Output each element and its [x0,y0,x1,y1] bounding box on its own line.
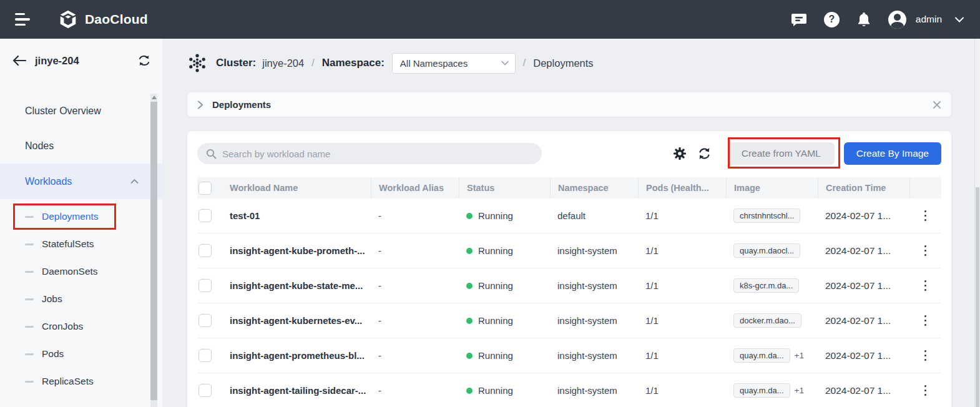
column-header[interactable]: Pods (Health... [638,177,726,199]
search-input[interactable] [222,149,533,159]
workload-created: 2024-02-07 1... [818,245,909,257]
table-header: Workload NameWorkload AliasStatusNamespa… [197,177,941,199]
workload-name[interactable]: insight-agent-kubernetes-ev... [222,315,371,326]
status-dot [466,248,473,254]
sidebar-item-workloads[interactable]: Workloads [0,164,162,199]
workload-pods: 1/1 [638,315,726,326]
column-header[interactable]: Image [726,177,818,199]
messages-icon[interactable] [791,11,807,27]
workload-status: Running [459,350,550,361]
sidebar-item-statefulsets[interactable]: StatefulSets [0,230,162,258]
row-checkbox[interactable] [198,279,212,292]
workload-status: Running [459,245,550,256]
switch-cluster-icon[interactable] [137,54,151,67]
workload-status: Running [459,210,550,221]
back-arrow-icon[interactable] [12,55,26,66]
notifications-bell-icon[interactable] [856,11,871,27]
workload-image: quay.m.daocl... [726,243,818,258]
workload-name[interactable]: insight-agent-kube-state-me... [222,280,371,291]
sidebar-item-pods[interactable]: Pods [0,340,162,368]
menu-hamburger-icon[interactable] [15,12,32,26]
workload-alias: - [371,315,459,326]
workload-name[interactable]: insight-agent-prometheus-bl... [222,350,371,361]
search-box[interactable] [197,143,542,164]
breadcrumb-separator: / [516,57,533,69]
row-checkbox[interactable] [198,384,212,397]
workload-namespace: insight-system [550,385,638,396]
sidebar-item-deployments[interactable]: Deployments [0,203,162,230]
column-header[interactable]: Workload Alias [371,177,459,199]
sidebar-item-jobs[interactable]: Jobs [0,285,162,313]
sidebar-item-label: Jobs [42,293,62,305]
row-checkbox[interactable] [198,209,212,222]
brand[interactable]: DaoCloud [57,9,148,30]
workload-alias: - [371,245,459,256]
sidebar-item-cluster-overview[interactable]: Cluster Overview [0,94,162,129]
workload-alias: - [371,280,459,291]
sidebar-item-label: DaemonSets [42,266,98,277]
workload-namespace: insight-system [550,280,638,291]
row-actions-kebab-icon[interactable] [921,278,931,294]
namespace-select[interactable]: All Namespaces [392,53,516,74]
row-checkbox[interactable] [198,314,212,327]
table-row: test-01 - Running default 1/1 chrstnhnts… [197,199,941,233]
create-from-yaml-button[interactable]: Create from YAML [728,142,835,165]
workload-pods: 1/1 [638,280,726,291]
workload-image: docker.m.dao... [726,313,818,328]
page-scrollbar-thumb[interactable] [976,187,979,407]
user-name[interactable]: admin [916,14,942,25]
status-text: Running [478,385,513,396]
sidebar-item-nodes[interactable]: Nodes [0,129,162,164]
select-all-cell [197,177,222,199]
select-all-checkbox[interactable] [198,182,212,195]
brand-name: DaoCloud [85,12,148,27]
refresh-icon[interactable] [697,147,712,160]
status-dot [466,318,473,324]
sidebar-item-replicasets[interactable]: ReplicaSets [0,368,162,395]
cluster-value[interactable]: jinye-204 [262,57,304,69]
user-menu-chevron-down-icon[interactable] [955,17,964,22]
create-by-image-button[interactable]: Create By Image [844,142,941,165]
panel-chevron-right-icon[interactable] [197,101,203,109]
image-extra-count: +1 [795,386,804,395]
panel-close-icon[interactable] [933,101,941,109]
row-actions-kebab-icon[interactable] [921,348,931,364]
workload-pods: 1/1 [638,385,726,396]
workload-status: Running [459,280,550,291]
workload-name[interactable]: insight-agent-tailing-sidecar-... [222,385,371,396]
workload-status: Running [459,385,550,396]
workload-name[interactable]: insight-agent-kube-prometh-... [222,245,371,256]
sidebar-item-label: Cluster Overview [25,105,101,117]
row-checkbox[interactable] [198,349,212,362]
row-actions-kebab-icon[interactable] [921,383,931,399]
submenu-dash-icon [25,353,34,355]
page-scrollbar[interactable] [974,39,980,407]
column-header[interactable]: Workload Name [222,177,371,199]
scrollbar-up-arrow-icon[interactable] [152,96,157,99]
column-header[interactable]: Status [459,177,550,199]
cluster-title: jinye-204 [35,55,79,67]
status-dot [466,388,473,394]
sidebar-item-cronjobs[interactable]: CronJobs [0,313,162,340]
help-icon[interactable]: ? [824,12,840,27]
workload-name[interactable]: test-01 [222,210,371,221]
column-header[interactable]: Creation Time [818,177,909,199]
row-checkbox[interactable] [198,244,212,257]
workload-namespace: insight-system [550,245,638,256]
status-text: Running [478,280,513,291]
sidebar-item-daemonsets[interactable]: DaemonSets [0,258,162,285]
status-text: Running [478,350,513,361]
row-actions-kebab-icon[interactable] [921,313,931,329]
table-settings-gear-icon[interactable] [673,147,687,160]
sidebar-scrollbar[interactable] [150,94,157,407]
panel-title: Deployments [212,99,271,110]
row-actions-kebab-icon[interactable] [921,208,931,224]
sidebar-scrollbar-thumb[interactable] [150,102,157,400]
sidebar-item-label: Pods [42,348,64,360]
row-actions-kebab-icon[interactable] [921,243,931,259]
cluster-label: Cluster: [216,57,256,69]
chevron-up-icon[interactable] [130,179,139,184]
column-header[interactable]: Namespace [550,177,638,199]
workload-pods: 1/1 [638,350,726,361]
user-avatar[interactable] [888,11,906,29]
